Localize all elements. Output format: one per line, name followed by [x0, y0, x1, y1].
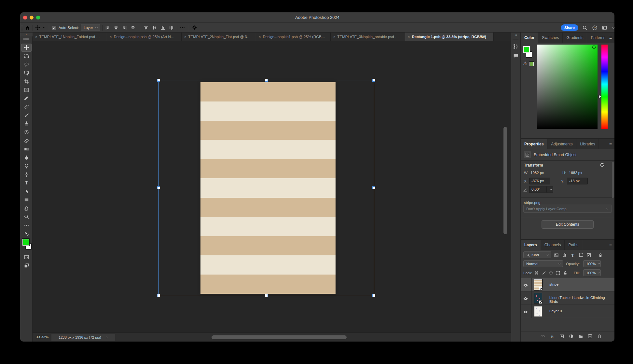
link-button[interactable] [540, 333, 545, 339]
tab-close-icon[interactable]: × [259, 35, 261, 39]
layer-thumbnail[interactable] [534, 306, 542, 317]
layers-panel-menu-icon[interactable]: ≡ [609, 242, 612, 248]
home-icon[interactable] [25, 25, 30, 31]
layer-visibility-toggle[interactable] [523, 309, 528, 315]
strip-grip[interactable] [513, 39, 519, 40]
gear-icon[interactable] [192, 25, 197, 30]
gamut-warning-icon[interactable]: ⚠ [523, 61, 527, 66]
collapse-panels-button[interactable]: « [511, 33, 520, 37]
comment-panel-button[interactable] [513, 52, 519, 59]
foreground-color-swatch[interactable] [523, 46, 530, 53]
gamut-safe-color-swatch[interactable] [530, 62, 534, 66]
layer-name[interactable]: Linen Tucker Handw...in Climbing Birds [549, 296, 614, 303]
reset-transform-button[interactable] [599, 162, 604, 168]
tool-preset-chevron[interactable] [42, 23, 46, 33]
quick-mask-button[interactable] [21, 253, 32, 261]
move-icon[interactable] [35, 25, 40, 30]
chevron-down-button[interactable] [612, 25, 614, 31]
pixel-filter-button[interactable] [554, 252, 559, 258]
search-button[interactable] [582, 25, 588, 31]
tools-panel-grip[interactable] [23, 38, 29, 40]
options-bar-grip[interactable] [21, 25, 23, 30]
layer-visibility-toggle[interactable] [523, 295, 528, 301]
layer-row[interactable]: stripe [521, 278, 614, 291]
eyedropper-tool[interactable] [21, 94, 32, 102]
workspace-button[interactable] [602, 25, 607, 31]
transform-bounding-box[interactable] [158, 80, 374, 296]
mask-button[interactable] [559, 333, 564, 339]
properties-tab-libraries[interactable]: Libraries [576, 139, 599, 149]
transform-handle[interactable] [157, 79, 160, 82]
distribute-center-button[interactable] [152, 25, 157, 31]
type-tool[interactable] [21, 179, 32, 187]
history-brush-tool[interactable] [21, 128, 32, 136]
move-tool[interactable] [21, 44, 32, 52]
layer-filter-kind-dropdown[interactable]: Kind [523, 251, 551, 258]
document-tab[interactable]: ×TEMPLATE_1Napkin_Folded.psd … [33, 33, 107, 41]
home-button[interactable] [25, 23, 30, 33]
y-position-input[interactable]: -13 px [567, 178, 588, 184]
fill-dropdown[interactable]: 100% [583, 269, 601, 276]
document-tab[interactable]: ×Design– napkin1.psb @ 25% (RGB… [256, 33, 331, 41]
transform-handle[interactable] [372, 79, 375, 82]
auto-select-checkbox[interactable] [52, 26, 56, 30]
transform-handle[interactable] [265, 79, 268, 82]
adjustment-filter-button[interactable] [562, 252, 567, 258]
status-chevron-icon[interactable] [104, 335, 108, 340]
edit-contents-button[interactable]: Edit Contents [542, 220, 594, 229]
chevron-down-icon[interactable] [42, 26, 46, 30]
document-tab[interactable]: ×TEMPLATE_2Napkin_Flat.psd @ 3… [182, 33, 256, 41]
rotation-angle-input[interactable]: 0.00° [529, 186, 547, 193]
transform-handle[interactable] [265, 294, 268, 297]
properties-tab-properties[interactable]: Properties [521, 139, 547, 149]
saturation-brightness-field[interactable] [537, 45, 598, 129]
document-info[interactable]: 1238 px x 1936 px (72 ppi) [51, 334, 115, 341]
align-center-button[interactable] [113, 25, 119, 31]
zoom-level[interactable]: 33.33% [36, 335, 48, 339]
eraser-tool[interactable] [21, 137, 32, 145]
layers-tab-channels[interactable]: Channels [541, 240, 565, 250]
tool-settings-button[interactable] [192, 23, 197, 33]
lock-position-button[interactable] [549, 270, 553, 276]
ellipsis-icon[interactable] [180, 25, 185, 31]
frame-tool[interactable] [21, 86, 32, 94]
lock-paint-button[interactable] [542, 270, 546, 276]
align-right-button[interactable] [122, 25, 127, 31]
color-tab-patterns[interactable]: Patterns [587, 33, 609, 43]
tab-close-icon[interactable]: × [333, 35, 335, 39]
swap-colors-button[interactable] [21, 230, 32, 238]
blur-tool[interactable] [21, 154, 32, 162]
color-tab-swatches[interactable]: Swatches [538, 33, 563, 43]
current-tool-icon[interactable] [35, 23, 40, 33]
tab-close-icon[interactable]: × [110, 35, 112, 39]
layers-tab-paths[interactable]: Paths [565, 240, 582, 250]
filter-toggle-switch[interactable] [598, 252, 603, 258]
layer-row[interactable]: Layer 0 [521, 305, 614, 318]
distribute-top-button[interactable] [143, 25, 149, 31]
rotation-angle-dropdown[interactable] [547, 186, 553, 193]
horizontal-scrollbar[interactable] [212, 335, 347, 339]
shape-filter-button[interactable] [578, 252, 583, 258]
opacity-dropdown[interactable]: 100% [583, 260, 601, 267]
history-panel-panel-button[interactable] [513, 43, 519, 49]
effects-button[interactable] [550, 333, 555, 339]
distribute-bottom-button[interactable] [160, 25, 166, 31]
more-align-options-button[interactable] [180, 23, 185, 33]
crop-tool[interactable] [21, 77, 32, 86]
canvas-area[interactable] [33, 41, 511, 332]
path-selection-tool[interactable] [21, 187, 32, 195]
healing-brush-tool[interactable] [21, 103, 32, 111]
type-filter-button[interactable] [570, 252, 575, 258]
document-tab[interactable]: ×TEMPLATE_3Napkin_ontable.psd … [331, 33, 405, 41]
clone-stamp-tool[interactable] [21, 120, 32, 128]
rectangle-tool[interactable] [21, 196, 32, 204]
smart-object-filter-button[interactable] [586, 252, 591, 258]
color-tab-color[interactable]: Color [521, 33, 538, 43]
zoom-tool[interactable] [21, 213, 32, 221]
hue-slider[interactable] [601, 45, 608, 129]
properties-tab-adjustments[interactable]: Adjustments [547, 139, 576, 149]
transform-handle[interactable] [372, 294, 375, 297]
color-picker-ring[interactable] [592, 46, 596, 49]
layer-comp-dropdown[interactable]: Don't Apply Layer Comp [523, 205, 612, 213]
pen-tool[interactable] [21, 170, 32, 179]
